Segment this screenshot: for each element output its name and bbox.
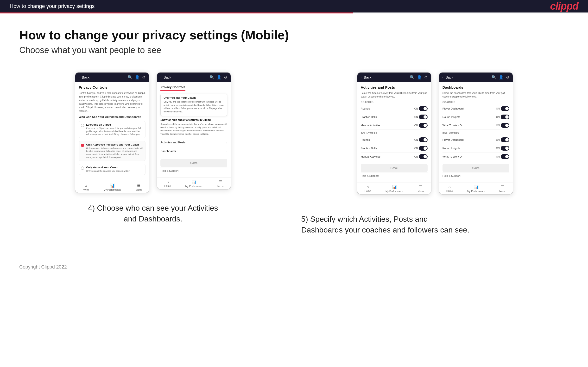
activities-posts-row[interactable]: Activities and Posts ›: [160, 138, 227, 147]
phone-mockup-4: ‹ Back 🔍 👤 ⚙ Dashboards Select the dashb…: [439, 72, 513, 195]
radio-option-coach-only[interactable]: Only You and Your Coach Only you and the…: [79, 164, 146, 175]
top-bar-title: How to change your privacy settings: [10, 3, 95, 9]
menu-label-2: Menu: [217, 185, 224, 188]
search-icon-3[interactable]: 🔍: [410, 75, 415, 80]
save-button-4[interactable]: Save: [442, 164, 509, 172]
page-subheading: Choose what you want people to see: [19, 45, 569, 55]
logo: clippd: [550, 0, 578, 12]
back-label-3[interactable]: Back: [364, 75, 371, 79]
help-support-3: Help & Support: [361, 172, 428, 179]
nav-home-3[interactable]: ⌂ Home: [364, 185, 371, 193]
nav-menu-4[interactable]: ☰ Menu: [500, 185, 506, 193]
coaches-round-insights-toggle[interactable]: [501, 115, 509, 119]
back-arrow-icon-2[interactable]: ‹: [160, 75, 162, 80]
coaches-drills-toggle[interactable]: [419, 115, 428, 119]
phone-header-right-2: 🔍 👤 ⚙: [209, 75, 227, 80]
dashboards-row[interactable]: Dashboards ›: [160, 147, 227, 156]
settings-icon-2[interactable]: ⚙: [224, 75, 227, 80]
followers-manual-on-text: ON: [414, 155, 418, 158]
phone-header-right-3: 🔍 👤 ⚙: [410, 75, 428, 80]
radio-circle-followers: [81, 144, 84, 147]
settings-icon-3[interactable]: ⚙: [424, 75, 428, 80]
followers-drills-label: Practice Drills: [361, 147, 377, 150]
nav-performance-1[interactable]: 📊 My Performance: [104, 183, 121, 191]
dashboards-label: Dashboards: [160, 150, 176, 153]
followers-group-label-3: FOLLOWERS: [361, 132, 428, 135]
back-label-1[interactable]: Back: [82, 75, 89, 79]
back-label-2[interactable]: Back: [164, 75, 171, 79]
phone-header-left-3: ‹ Back: [361, 75, 371, 80]
search-icon-4[interactable]: 🔍: [492, 75, 496, 80]
radio-option-followers-text: Only Approved Followers and Your Coach O…: [86, 143, 143, 159]
settings-icon-1[interactable]: ⚙: [142, 75, 146, 80]
followers-round-insights-row: Round Insights ON: [442, 144, 509, 152]
coaches-manual-toggle[interactable]: [419, 123, 428, 128]
show-hide-body-2: Regardless of the privacy controls that …: [160, 123, 227, 136]
search-icon-2[interactable]: 🔍: [209, 75, 214, 80]
phone-mockup-2: ‹ Back 🔍 👤 ⚙ Privacy Controls: [156, 72, 231, 190]
home-label-2: Home: [164, 185, 171, 187]
followers-what-to-work-toggle-container: ON: [496, 154, 509, 159]
back-arrow-icon-3[interactable]: ‹: [361, 75, 362, 80]
followers-rounds-row: Rounds ON: [361, 136, 428, 144]
coaches-round-insights-label: Round Insights: [442, 116, 460, 118]
radio-option-everyone[interactable]: Everyone on Clippd Everyone on Clippd ca…: [79, 121, 146, 138]
search-icon-1[interactable]: 🔍: [128, 75, 132, 80]
mockup-group-2: ‹ Back 🔍 👤 ⚙ Activities and Posts Select…: [301, 72, 569, 235]
nav-performance-4[interactable]: 📊 My Performance: [467, 185, 485, 193]
who-can-see-title-1: Who Can See Your Activities and Dashboar…: [79, 115, 146, 119]
phone-header-left-4: ‹ Back: [442, 75, 453, 80]
privacy-controls-tab-2[interactable]: Privacy Controls: [160, 85, 185, 91]
followers-group-label-4: FOLLOWERS: [442, 132, 509, 135]
followers-round-insights-toggle[interactable]: [501, 146, 509, 150]
help-support-2: Help & Support: [160, 167, 227, 174]
back-arrow-icon-1[interactable]: ‹: [79, 75, 80, 80]
phone-content-2: Privacy Controls Only You and Your Coach…: [157, 82, 231, 177]
coaches-group-label-4: COACHES: [442, 101, 509, 103]
save-button-3[interactable]: Save: [361, 164, 428, 172]
home-icon-2: ⌂: [166, 180, 169, 184]
radio-option-followers[interactable]: Only Approved Followers and Your Coach O…: [79, 141, 146, 161]
nav-home-4[interactable]: ⌂ Home: [446, 185, 453, 193]
followers-rounds-toggle[interactable]: [419, 137, 428, 142]
activities-posts-title-3: Activities and Posts: [361, 85, 428, 89]
nav-performance-3[interactable]: 📊 My Performance: [386, 185, 403, 193]
followers-drills-toggle[interactable]: [419, 146, 428, 150]
followers-what-to-work-toggle[interactable]: [501, 154, 509, 159]
followers-rounds-on-text: ON: [414, 139, 418, 141]
nav-menu-1[interactable]: ☰ Menu: [136, 183, 142, 191]
settings-icon-4[interactable]: ⚙: [506, 75, 509, 80]
followers-rounds-label: Rounds: [361, 138, 370, 141]
coaches-manual-label: Manual Activities: [361, 124, 380, 127]
user-icon-2[interactable]: 👤: [217, 75, 222, 80]
coaches-drills-toggle-container: ON: [414, 115, 428, 119]
radio-desc-coach-only: Only you and the coaches you connect wit…: [86, 170, 130, 173]
main-content: How to change your privacy settings (Mob…: [0, 13, 588, 255]
coaches-rounds-toggle[interactable]: [419, 106, 428, 111]
coaches-what-to-work-toggle[interactable]: [501, 123, 509, 128]
followers-manual-toggle[interactable]: [419, 154, 428, 159]
nav-menu-2[interactable]: ☰ Menu: [217, 180, 224, 188]
followers-player-dash-toggle[interactable]: [501, 137, 509, 142]
followers-round-insights-on-text: ON: [496, 147, 500, 150]
bottom-nav-1: ⌂ Home 📊 My Performance ☰ Menu: [75, 181, 149, 193]
followers-round-insights-toggle-container: ON: [496, 146, 509, 150]
nav-home-1[interactable]: ⌂ Home: [82, 183, 89, 191]
followers-what-to-work-row: What To Work On ON: [442, 152, 509, 161]
coaches-player-dash-on-text: ON: [496, 107, 500, 110]
home-label-3: Home: [364, 190, 371, 192]
user-icon-1[interactable]: 👤: [135, 75, 140, 80]
mockup-pair-2: ‹ Back 🔍 👤 ⚙ Activities and Posts Select…: [357, 72, 513, 195]
user-icon-4[interactable]: 👤: [499, 75, 504, 80]
menu-label-3: Menu: [418, 190, 424, 193]
followers-rounds-toggle-container: ON: [414, 137, 428, 142]
menu-label-1: Menu: [136, 189, 142, 191]
user-icon-3[interactable]: 👤: [417, 75, 422, 80]
coaches-player-dash-toggle[interactable]: [501, 106, 509, 111]
save-button-2[interactable]: Save: [160, 159, 227, 167]
nav-home-2[interactable]: ⌂ Home: [164, 180, 171, 188]
nav-menu-3[interactable]: ☰ Menu: [418, 185, 424, 193]
nav-performance-2[interactable]: 📊 My Performance: [185, 180, 203, 188]
back-label-4[interactable]: Back: [446, 75, 453, 79]
back-arrow-icon-4[interactable]: ‹: [442, 75, 444, 80]
